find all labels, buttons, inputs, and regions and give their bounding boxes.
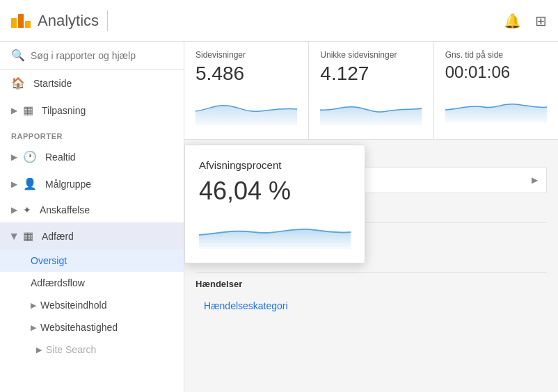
chevron-websiteindhold: ▶ [31,301,36,310]
popup-sparkline [199,214,351,252]
sidebar-item-label-malgruppe: Målgruppe [45,179,91,190]
sidebar-item-label-startside: Startside [33,78,72,89]
chevron-anskaffelse: ▶ [11,205,17,215]
header-icons: 🔔 ⊞ [504,13,547,29]
sidebar-sub-websiteindhold[interactable]: ▶ Websiteindhold [0,294,184,316]
main-layout: 🔍 🏠 Startside ▶ ▦ Tilpasning RAPPORTER ▶… [0,42,558,392]
metric-value-sidevisninger: 5.486 [196,63,297,85]
sidebar-sub-label-site-search: Site Search [46,344,96,355]
header: Analytics 🔔 ⊞ [0,0,558,42]
notification-icon[interactable]: 🔔 [504,13,521,29]
divider-2 [196,272,547,273]
tilpasning-icon: ▦ [23,104,33,117]
haendelser-section-label: Hændelser [196,279,547,289]
malgruppe-icon: 👤 [23,177,37,190]
sidebar-item-anskaffelse[interactable]: ▶ ✦ Anskaffelse [0,197,184,222]
sparkline-sidevisninger [196,90,297,131]
haendelseskategori-link[interactable]: Hændelseskategori [196,295,547,317]
logo-icon [11,14,31,28]
realtid-icon: 🕐 [23,150,37,163]
sidebar-item-adfaerd[interactable]: ▶ ▦ Adfærd [0,222,184,250]
sidebar-sub-label-websiteindhold: Websiteindhold [40,300,106,311]
header-divider [107,10,108,31]
sidebar-item-startside[interactable]: 🏠 Startside [0,70,184,97]
chevron-malgruppe: ▶ [11,179,17,189]
sidebar-sub-label-oversigt: Oversigt [31,255,67,266]
metric-value-unikke: 4.127 [320,63,422,85]
sidebar-item-tilpasning[interactable]: ▶ ▦ Tilpasning [0,97,184,124]
chevron-tilpasning: ▶ [11,106,17,115]
logo-bar-1 [11,18,17,28]
logo-bar-3 [25,21,31,28]
rapporter-section-label: RAPPORTER [0,124,184,143]
app-title: Analytics [38,12,99,30]
chevron-right-side: ▶ [532,175,538,185]
sidebar-sub-oversigt[interactable]: Oversigt [0,250,184,272]
metric-label-sidevisninger: Sidevisninger [196,50,297,60]
chevron-adfaerd: ▶ [10,233,19,239]
sidebar-item-label-anskaffelse: Anskaffelse [40,204,90,215]
search-box: 🔍 [0,42,184,70]
popup-value: 46,04 % [199,177,351,206]
chevron-site-search: ▶ [36,345,42,354]
sidebar-item-realtid[interactable]: ▶ 🕐 Realtid [0,143,184,170]
metric-label-gns-tid: Gns. tid på side [445,50,547,60]
sidebar-sub-site-search[interactable]: ▶ Site Search [0,338,184,361]
logo-bar-2 [18,14,24,28]
metric-card-gns-tid: Gns. tid på side 00:01:06 [434,42,558,139]
chevron-websitehastighed: ▶ [31,323,36,332]
popup-title: Afvisningsprocent [199,159,351,171]
metrics-row: Sidevisninger 5.486 [184,42,558,140]
anskaffelse-icon: ✦ [23,204,31,215]
grid-icon[interactable]: ⊞ [535,13,547,29]
sidebar-sub-websitehastighed[interactable]: ▶ Websitehastighed [0,316,184,338]
sparkline-unikke [320,90,422,131]
content-area: Sidevisninger 5.486 [184,42,558,392]
home-icon: 🏠 [11,76,25,90]
sidebar-sub-adfaerdsflow[interactable]: Adfærdsflow [0,272,184,294]
sidebar-sub-label-websitehastighed: Websitehastighed [40,322,118,333]
popup-overlay: Afvisningsprocent 46,04 % [184,145,365,263]
metric-label-unikke: Unikke sidevisninger [320,50,422,60]
metric-card-unikke: Unikke sidevisninger 4.127 [309,42,433,139]
sidebar-item-label-tilpasning: Tilpasning [42,105,86,116]
sidebar-sub-label-adfaerdsflow: Adfærdsflow [31,277,85,288]
metric-value-gns-tid: 00:01:06 [445,63,547,82]
sidebar-item-label-adfaerd: Adfærd [42,231,74,242]
metric-card-sidevisninger: Sidevisninger 5.486 [184,42,309,139]
search-input[interactable] [31,50,173,61]
chevron-realtid: ▶ [11,152,17,162]
adfaerd-icon: ▦ [23,229,33,243]
sidebar-item-malgruppe[interactable]: ▶ 👤 Målgruppe [0,170,184,197]
sidebar-item-label-realtid: Realtid [45,152,76,163]
sparkline-gns-tid [445,88,547,131]
search-icon: 🔍 [11,49,25,62]
sidebar: 🔍 🏠 Startside ▶ ▦ Tilpasning RAPPORTER ▶… [0,42,184,392]
